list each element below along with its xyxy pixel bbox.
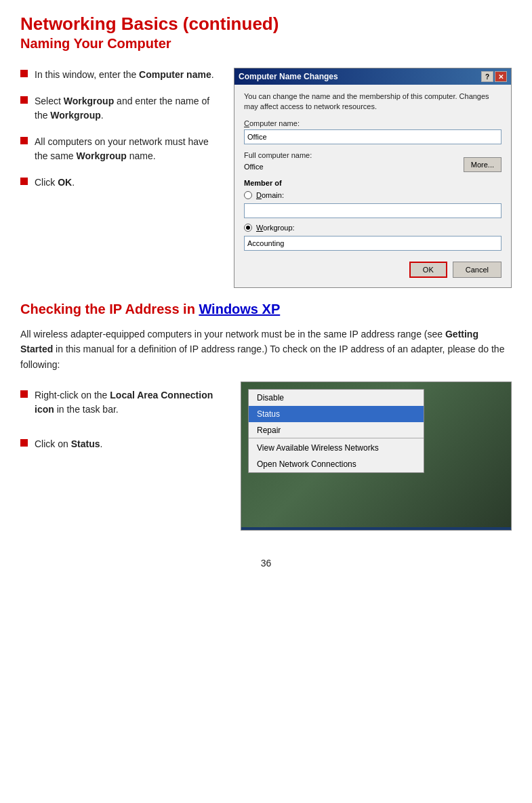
bullet-text-6: Click on Status. bbox=[35, 437, 102, 451]
bullet-text-2: Select Workgroup and enter the name of t… bbox=[35, 94, 220, 123]
list-item: In this window, enter the Computer name. bbox=[20, 68, 220, 82]
bullet-icon bbox=[20, 70, 28, 77]
section2-content-row: Right-click on the Local Area Connection… bbox=[20, 382, 512, 531]
full-computer-name-value: Office bbox=[244, 161, 457, 172]
bullet-icon bbox=[20, 137, 28, 144]
section1-heading: Naming Your Computer bbox=[20, 36, 512, 52]
dialog-info-text: You can change the name and the membersh… bbox=[244, 91, 502, 112]
section2-heading-link[interactable]: Windows XP bbox=[199, 302, 280, 316]
domain-radio-row: Domain: bbox=[244, 191, 502, 199]
section2-bullets: Right-click on the Local Area Connection… bbox=[20, 382, 227, 464]
list-item: Right-click on the Local Area Connection… bbox=[20, 388, 227, 417]
context-menu-screenshot: Disable Status Repair View Available Wir… bbox=[241, 382, 512, 531]
help-button[interactable]: ? bbox=[481, 71, 493, 82]
workgroup-input[interactable] bbox=[244, 236, 502, 251]
menu-item-status[interactable]: Status bbox=[249, 406, 424, 422]
section2: Checking the IP Address in Windows XP Al… bbox=[20, 302, 512, 531]
full-name-block: Full computer name: Office bbox=[244, 151, 457, 172]
member-of-label: Member of bbox=[244, 179, 502, 187]
dialog-title: Computer Name Changes bbox=[239, 72, 338, 81]
workgroup-radio[interactable] bbox=[244, 224, 252, 232]
section1-content-row: In this window, enter the Computer name.… bbox=[20, 61, 512, 288]
menu-item-wireless[interactable]: View Available Wireless Networks bbox=[249, 440, 424, 456]
list-item: Select Workgroup and enter the name of t… bbox=[20, 94, 220, 123]
ok-button[interactable]: OK bbox=[409, 262, 447, 278]
bullet-icon bbox=[20, 439, 28, 447]
list-item: All computers on your network must have … bbox=[20, 135, 220, 163]
menu-item-disable[interactable]: Disable bbox=[249, 390, 424, 406]
dialog-body: You can change the name and the membersh… bbox=[234, 85, 511, 287]
dialog-titlebar: Computer Name Changes ? ✕ bbox=[234, 68, 511, 85]
dialog-screenshot: Computer Name Changes ? ✕ You can change… bbox=[234, 68, 512, 288]
page-title: Networking Basics (continued) bbox=[20, 14, 512, 35]
workgroup-radio-row: Workgroup: bbox=[244, 224, 502, 232]
context-menu-popup: Disable Status Repair View Available Wir… bbox=[248, 389, 424, 473]
workgroup-label: Workgroup: bbox=[256, 224, 295, 232]
bullet-icon bbox=[20, 96, 28, 104]
page-number: 36 bbox=[20, 558, 512, 569]
menu-item-open-network[interactable]: Open Network Connections bbox=[249, 456, 424, 472]
section2-heading: Checking the IP Address in Windows XP bbox=[20, 302, 512, 317]
computer-name-label: Computer name: bbox=[244, 119, 502, 127]
domain-input[interactable] bbox=[244, 203, 502, 218]
cancel-button[interactable]: Cancel bbox=[453, 262, 502, 278]
bullet-icon bbox=[20, 390, 28, 398]
list-item: Click OK. bbox=[20, 176, 220, 190]
bullet-text-1: In this window, enter the Computer name. bbox=[35, 68, 214, 82]
section1-bullets: In this window, enter the Computer name.… bbox=[20, 61, 220, 202]
computer-name-input[interactable] bbox=[244, 129, 502, 144]
section2-paragraph: All wireless adapter-equipped computers … bbox=[20, 327, 512, 372]
section2-heading-plain: Checking the IP Address in bbox=[20, 302, 199, 316]
full-computer-name-label: Full computer name: bbox=[244, 151, 457, 159]
bullet-icon bbox=[20, 178, 28, 185]
titlebar-buttons: ? ✕ bbox=[481, 71, 507, 82]
full-name-row: Full computer name: Office More... bbox=[244, 151, 502, 172]
close-button[interactable]: ✕ bbox=[495, 71, 507, 82]
bullet-text-4: Click OK. bbox=[35, 176, 75, 190]
more-button[interactable]: More... bbox=[464, 157, 502, 172]
domain-radio[interactable] bbox=[244, 191, 252, 199]
bullet-text-3: All computers on your network must have … bbox=[35, 135, 220, 163]
domain-label: Domain: bbox=[256, 191, 284, 199]
taskbar-strip: 3:05 PM bbox=[241, 527, 511, 531]
ok-cancel-row: OK Cancel bbox=[244, 262, 502, 278]
menu-item-repair[interactable]: Repair bbox=[249, 422, 424, 438]
list-item: Click on Status. bbox=[20, 437, 227, 451]
bullet-text-5: Right-click on the Local Area Connection… bbox=[35, 388, 227, 417]
